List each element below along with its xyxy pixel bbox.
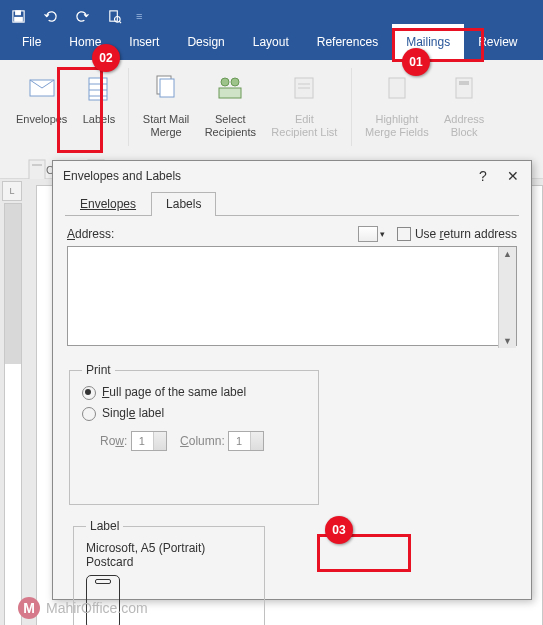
svg-point-13 — [221, 78, 229, 86]
envelopes-label: Envelopes — [16, 113, 67, 126]
labels-button[interactable]: Labels — [77, 66, 121, 128]
envelopes-labels-dialog: Envelopes and Labels ? ✕ Envelopes Label… — [52, 160, 532, 600]
start-mm-label: Start Mail Merge — [143, 113, 189, 139]
help-button[interactable]: ? — [475, 168, 491, 184]
callout-03: 03 — [325, 516, 353, 544]
row-label: Row: — [100, 434, 127, 448]
svg-rect-21 — [459, 81, 469, 85]
use-return-label: Use return address — [415, 227, 517, 241]
tab-envelopes[interactable]: Envelopes — [65, 192, 151, 216]
tab-labels[interactable]: Labels — [151, 192, 216, 216]
select-recipients-button[interactable]: Select Recipients — [199, 66, 262, 141]
qat-more[interactable]: ≡ — [136, 10, 142, 22]
tab-references[interactable]: References — [303, 24, 392, 60]
watermark-logo-icon: M — [18, 597, 40, 619]
scrollbar[interactable]: ▲▼ — [498, 247, 516, 348]
svg-rect-3 — [109, 10, 117, 20]
addr-block-label: Address Block — [444, 113, 484, 139]
svg-rect-7 — [89, 78, 107, 100]
hl-mf-label: Highlight Merge Fields — [365, 113, 429, 139]
dialog-tabs: Envelopes Labels — [65, 191, 519, 216]
save-icon[interactable] — [8, 6, 28, 26]
callout-01: 01 — [402, 48, 430, 76]
single-label-text: Single label — [102, 406, 164, 420]
svg-point-14 — [231, 78, 239, 86]
label-vendor: Microsoft, A5 (Portrait) — [86, 541, 252, 555]
scroll-down-icon[interactable]: ▼ — [501, 334, 514, 348]
svg-rect-12 — [160, 79, 174, 97]
labels-label: Labels — [83, 113, 115, 126]
edit-rl-label: Edit Recipient List — [271, 113, 337, 139]
undo-icon[interactable] — [40, 6, 60, 26]
single-label-radio[interactable] — [82, 407, 96, 421]
svg-rect-22 — [29, 160, 45, 180]
svg-rect-1 — [15, 10, 20, 14]
col-label: Column: — [180, 434, 225, 448]
highlight-merge-fields-button: Highlight Merge Fields — [359, 66, 435, 141]
address-book-dropdown-icon[interactable]: ▾ — [380, 229, 385, 239]
address-textarea[interactable] — [67, 246, 517, 346]
svg-rect-15 — [219, 88, 241, 98]
full-page-label: ull page of the same label — [109, 385, 246, 399]
watermark: M MahirOffice.com — [18, 597, 148, 619]
watermark-text: MahirOffice.com — [46, 600, 148, 616]
envelopes-button[interactable]: Envelopes — [10, 66, 73, 128]
print-fieldset: Print Full page of the same label Single… — [69, 363, 319, 505]
tab-insert[interactable]: Insert — [115, 24, 173, 60]
tab-layout[interactable]: Layout — [239, 24, 303, 60]
select-rec-label: Select Recipients — [205, 113, 256, 139]
close-button[interactable]: ✕ — [505, 168, 521, 184]
use-return-checkbox[interactable] — [397, 227, 411, 241]
label-legend: Label — [86, 519, 123, 533]
ruler-corner[interactable]: L — [2, 181, 22, 201]
redo-icon[interactable] — [72, 6, 92, 26]
address-block-button: Address Block — [438, 66, 490, 141]
column-spinner: 1 — [228, 431, 264, 451]
edit-recipient-list-button: Edit Recipient List — [265, 66, 343, 141]
address-book-icon[interactable] — [358, 226, 378, 242]
svg-line-5 — [119, 21, 121, 23]
callout-02: 02 — [92, 44, 120, 72]
print-preview-icon[interactable] — [104, 6, 124, 26]
tab-design[interactable]: Design — [173, 24, 238, 60]
print-legend: Print — [82, 363, 115, 377]
start-mail-merge-button[interactable]: Start Mail Merge — [137, 66, 195, 141]
address-label: Address: — [67, 227, 114, 241]
full-page-radio[interactable] — [82, 386, 96, 400]
svg-rect-2 — [14, 17, 22, 21]
label-product: Postcard — [86, 555, 252, 569]
tab-review[interactable]: Review — [464, 24, 531, 60]
svg-rect-19 — [389, 78, 405, 98]
dialog-titlebar: Envelopes and Labels ? ✕ — [53, 161, 531, 191]
vertical-ruler — [4, 203, 22, 625]
ribbon-tabs: File Home Insert Design Layout Reference… — [0, 32, 543, 60]
scroll-up-icon[interactable]: ▲ — [501, 247, 514, 261]
tab-file[interactable]: File — [8, 24, 55, 60]
dialog-title: Envelopes and Labels — [63, 169, 181, 183]
row-spinner: 1 — [131, 431, 167, 451]
